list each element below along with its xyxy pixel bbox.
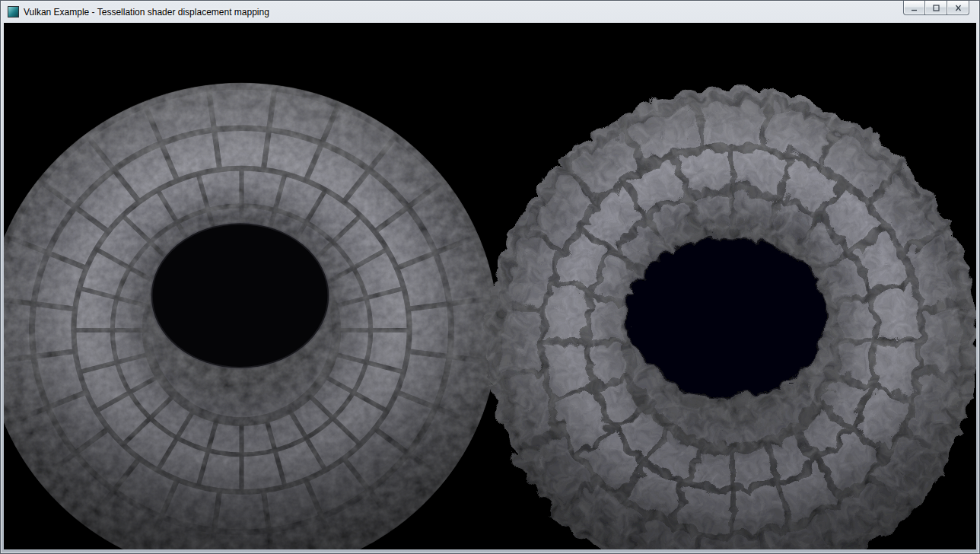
torus-right-hole (622, 231, 823, 393)
torus-left-hole (151, 223, 329, 368)
maximize-icon (931, 4, 941, 12)
minimize-icon (909, 4, 919, 12)
maximize-button[interactable] (925, 1, 947, 15)
app-window: Vulkan Example - Tessellation shader dis… (0, 0, 980, 554)
minimize-button[interactable] (903, 1, 925, 15)
close-button[interactable] (947, 1, 969, 15)
vulkan-app-icon[interactable] (8, 6, 19, 18)
vulkan-render-scene (4, 23, 976, 549)
close-icon (953, 4, 963, 12)
titlebar[interactable]: Vulkan Example - Tessellation shader dis… (1, 1, 979, 23)
render-viewport[interactable] (4, 23, 976, 549)
window-controls (903, 1, 969, 15)
window-title: Vulkan Example - Tessellation shader dis… (24, 7, 269, 18)
